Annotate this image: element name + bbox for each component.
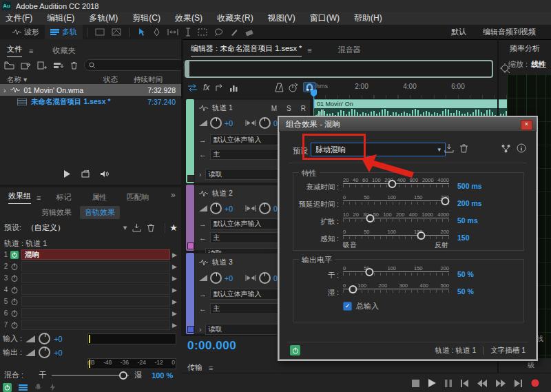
power-icon[interactable]	[10, 298, 19, 306]
delete-file-icon[interactable]	[70, 61, 78, 70]
arm-record-button[interactable]: R	[301, 105, 306, 112]
sum-inputs-checkbox[interactable]: ✓	[343, 302, 352, 311]
import-file-icon[interactable]	[21, 61, 31, 70]
power-icon[interactable]	[10, 274, 19, 282]
column-duration[interactable]: 持续时间	[134, 75, 163, 85]
menu-view[interactable]: 视图(V)	[268, 12, 295, 24]
solo-button[interactable]: S	[287, 105, 291, 112]
diffusion-slider[interactable]	[343, 218, 449, 222]
track-volume-knob[interactable]	[210, 203, 222, 214]
editor-panel-menu-icon[interactable]: ≡	[307, 46, 311, 54]
track-3-color-strip[interactable]	[186, 253, 194, 334]
lasso-tool-icon[interactable]	[214, 28, 223, 37]
track-pan-knob[interactable]	[259, 272, 271, 284]
menu-effects[interactable]: 效果(S)	[175, 12, 202, 24]
slip-tool-icon[interactable]	[167, 28, 178, 36]
effect-routing-icon[interactable]	[501, 144, 510, 153]
slot-menu-icon[interactable]: ▶	[172, 275, 179, 282]
dialog-close-button[interactable]: ×	[521, 120, 532, 130]
subtab-track-effects[interactable]: 音轨效果	[80, 206, 120, 219]
subtab-clip-effects[interactable]: 剪辑效果	[41, 207, 72, 218]
tab-markers[interactable]: 标记	[56, 192, 71, 203]
sends-toggle-icon[interactable]	[215, 83, 224, 92]
tab-favorites[interactable]: 收藏夹	[52, 45, 75, 56]
effect-slot-5[interactable]: 5▶	[1, 296, 179, 307]
menu-file[interactable]: 文件(F)	[6, 12, 32, 24]
effect-slot-name[interactable]: 混响	[21, 249, 170, 260]
effect-slot-2[interactable]: 2▶	[1, 261, 179, 271]
input-gain-knob[interactable]	[39, 333, 50, 344]
mix-slider[interactable]	[52, 375, 129, 376]
info-icon[interactable]	[517, 143, 526, 153]
pitch-display-icon[interactable]	[112, 28, 121, 36]
tab-properties[interactable]: 属性	[92, 192, 107, 203]
spectral-display-icon[interactable]	[95, 28, 105, 36]
transport-panel-menu-icon[interactable]: ≡	[209, 364, 213, 372]
move-tool-icon[interactable]	[137, 28, 146, 37]
go-to-end-button[interactable]	[514, 380, 522, 387]
file-row-wma[interactable]: › 01 Movin' On.wma 7:32.928	[0, 84, 181, 96]
eq-toggle-icon[interactable]	[229, 83, 238, 92]
preview-play-icon[interactable]	[63, 170, 70, 178]
decay-time-slider[interactable]	[343, 183, 449, 187]
dialog-title-bar[interactable]: 组合效果 - 混响 ×	[279, 117, 537, 132]
column-name[interactable]: 名称 ▾	[7, 75, 27, 85]
record-button[interactable]	[531, 379, 539, 387]
tab-mixer[interactable]: 混音器	[338, 45, 361, 55]
go-to-start-button[interactable]	[461, 380, 468, 387]
fast-forward-button[interactable]	[496, 380, 506, 387]
rewind-button[interactable]	[477, 380, 487, 387]
power-icon[interactable]	[10, 262, 19, 271]
files-search-input[interactable]	[84, 59, 185, 71]
files-panel-menu-icon[interactable]: ≡	[29, 47, 33, 55]
dry-slider[interactable]	[343, 271, 449, 276]
menu-edit[interactable]: 编辑(E)	[47, 12, 74, 24]
metronome-icon[interactable]	[275, 83, 284, 92]
tab-frequency-analysis[interactable]: 频率分析	[510, 43, 540, 54]
wet-slider[interactable]	[343, 289, 449, 293]
brush-tool-icon[interactable]	[230, 28, 238, 37]
slot-menu-icon[interactable]: ▶	[172, 251, 179, 258]
menu-clip[interactable]: 剪辑(C)	[132, 12, 160, 24]
power-icon[interactable]	[10, 251, 19, 259]
power-icon[interactable]	[10, 321, 19, 329]
slot-menu-icon[interactable]: ▶	[172, 287, 179, 293]
column-status[interactable]: 状态	[103, 75, 118, 85]
tab-files[interactable]: 文件	[7, 44, 22, 57]
auto-play-speaker-icon[interactable]	[101, 170, 110, 178]
menu-favorites[interactable]: 收藏夹(R)	[217, 12, 253, 24]
slot-menu-icon[interactable]: ▶	[172, 298, 179, 305]
new-item-icon[interactable]	[37, 61, 47, 70]
loop-preview-icon[interactable]	[81, 170, 90, 178]
file-row-session[interactable]: 未命名混音项目 1.sesx * 7:37.240	[0, 96, 181, 107]
effect-slot-6[interactable]: 6▶	[1, 308, 179, 318]
tab-match-loudness[interactable]: 匹配响	[126, 192, 149, 203]
fx-toggle-icon[interactable]: fx	[203, 83, 209, 92]
effect-slot-3[interactable]: 3▶	[1, 273, 179, 283]
ibeam-tool-icon[interactable]	[185, 28, 191, 37]
effects-panel-menu-icon[interactable]: ≡	[37, 194, 41, 202]
effect-slot-7[interactable]: 7▶	[1, 320, 179, 330]
overview-navigator[interactable]	[185, 60, 493, 78]
menu-multitrack[interactable]: 多轨(M)	[89, 12, 118, 24]
playhead[interactable]	[310, 90, 318, 107]
slot-menu-icon[interactable]: ▶	[172, 310, 179, 317]
tab-overflow-icon[interactable]: »	[171, 190, 176, 200]
slot-menu-icon[interactable]: ▶	[172, 322, 179, 329]
track-pan-knob[interactable]	[259, 203, 271, 214]
tab-effects-rack[interactable]: 效果组	[8, 191, 31, 204]
waveform-view-button[interactable]: 波形	[7, 25, 45, 39]
rack-prerender-icon[interactable]	[50, 384, 56, 391]
mute-button[interactable]: M	[271, 105, 277, 112]
save-preset-icon[interactable]	[132, 224, 141, 232]
timeline-ruler[interactable]: hms 2:00 4:00 6:00	[313, 81, 534, 99]
menu-window[interactable]: 窗口(W)	[310, 12, 340, 24]
delete-preset-icon[interactable]	[460, 144, 468, 153]
punch-record-icon[interactable]	[289, 83, 298, 92]
track-2-color-strip[interactable]	[186, 185, 194, 251]
delete-preset-icon[interactable]	[147, 224, 154, 232]
stop-button[interactable]	[412, 380, 419, 387]
insert-into-multitrack-icon[interactable]	[53, 61, 64, 70]
io-toggle-icon[interactable]	[187, 83, 198, 92]
pause-button[interactable]	[445, 380, 452, 387]
